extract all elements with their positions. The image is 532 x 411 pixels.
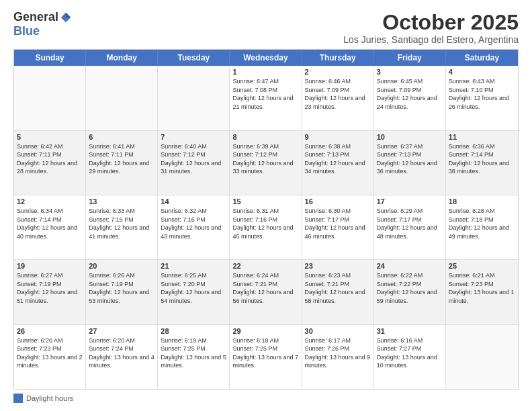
cal-cell: 16Sunrise: 6:30 AM Sunset: 7:17 PM Dayli…	[302, 195, 374, 259]
day-info: Sunrise: 6:20 AM Sunset: 7:24 PM Dayligh…	[89, 336, 154, 370]
day-number: 30	[305, 327, 371, 335]
day-info: Sunrise: 6:40 AM Sunset: 7:12 PM Dayligh…	[161, 142, 226, 176]
day-info: Sunrise: 6:27 AM Sunset: 7:19 PM Dayligh…	[17, 271, 83, 305]
cal-cell: 25Sunrise: 6:21 AM Sunset: 7:23 PM Dayli…	[446, 260, 518, 324]
day-number: 26	[17, 327, 83, 335]
cal-cell: 14Sunrise: 6:32 AM Sunset: 7:16 PM Dayli…	[158, 195, 230, 259]
day-number: 31	[377, 327, 443, 335]
footer-label: Daylight hours	[26, 394, 73, 402]
daylight-swatch	[13, 394, 23, 403]
day-number: 8	[232, 133, 298, 141]
day-info: Sunrise: 6:31 AM Sunset: 7:16 PM Dayligh…	[232, 207, 298, 240]
cal-cell: 9Sunrise: 6:38 AM Sunset: 7:13 PM Daylig…	[302, 131, 374, 195]
week-row-5: 26Sunrise: 6:20 AM Sunset: 7:23 PM Dayli…	[14, 325, 518, 389]
cal-cell: 19Sunrise: 6:27 AM Sunset: 7:19 PM Dayli…	[14, 260, 86, 324]
day-info: Sunrise: 6:43 AM Sunset: 7:10 PM Dayligh…	[449, 77, 515, 111]
day-number: 5	[17, 133, 83, 141]
cal-cell: 23Sunrise: 6:23 AM Sunset: 7:21 PM Dayli…	[302, 260, 374, 324]
day-number: 10	[377, 133, 443, 141]
week-row-4: 19Sunrise: 6:27 AM Sunset: 7:19 PM Dayli…	[14, 260, 518, 324]
day-number: 27	[89, 327, 154, 335]
cal-cell: 12Sunrise: 6:34 AM Sunset: 7:14 PM Dayli…	[14, 195, 86, 259]
header-day-saturday: Saturday	[446, 50, 518, 66]
day-number: 9	[305, 133, 371, 141]
day-info: Sunrise: 6:22 AM Sunset: 7:22 PM Dayligh…	[377, 271, 443, 305]
day-number: 12	[17, 197, 83, 205]
header-day-sunday: Sunday	[14, 50, 86, 66]
day-number: 6	[89, 133, 154, 141]
cal-cell	[86, 66, 158, 130]
day-info: Sunrise: 6:21 AM Sunset: 7:23 PM Dayligh…	[449, 271, 515, 305]
header-day-monday: Monday	[86, 50, 158, 66]
day-number: 22	[232, 262, 298, 270]
day-info: Sunrise: 6:26 AM Sunset: 7:19 PM Dayligh…	[89, 271, 154, 305]
cal-cell: 24Sunrise: 6:22 AM Sunset: 7:22 PM Dayli…	[374, 260, 446, 324]
cal-cell: 4Sunrise: 6:43 AM Sunset: 7:10 PM Daylig…	[446, 66, 518, 130]
day-number: 29	[232, 327, 298, 335]
calendar: SundayMondayTuesdayWednesdayThursdayFrid…	[13, 49, 519, 390]
day-info: Sunrise: 6:41 AM Sunset: 7:11 PM Dayligh…	[89, 142, 154, 176]
cal-cell: 8Sunrise: 6:39 AM Sunset: 7:12 PM Daylig…	[230, 131, 302, 195]
day-info: Sunrise: 6:32 AM Sunset: 7:16 PM Dayligh…	[161, 207, 226, 240]
cal-cell: 31Sunrise: 6:16 AM Sunset: 7:27 PM Dayli…	[374, 325, 446, 389]
logo-icon	[60, 11, 72, 24]
day-number: 19	[17, 262, 83, 270]
day-info: Sunrise: 6:16 AM Sunset: 7:27 PM Dayligh…	[377, 336, 443, 370]
logo: General Blue	[13, 11, 72, 38]
month-title: October 2025	[343, 11, 519, 34]
cal-cell: 10Sunrise: 6:37 AM Sunset: 7:13 PM Dayli…	[374, 131, 446, 195]
footer: Daylight hours	[13, 394, 519, 403]
day-number: 1	[232, 68, 298, 76]
week-row-3: 12Sunrise: 6:34 AM Sunset: 7:14 PM Dayli…	[14, 195, 518, 260]
day-number: 25	[449, 262, 515, 270]
day-info: Sunrise: 6:47 AM Sunset: 7:08 PM Dayligh…	[232, 77, 298, 111]
calendar-header: SundayMondayTuesdayWednesdayThursdayFrid…	[14, 50, 518, 66]
cal-cell: 21Sunrise: 6:25 AM Sunset: 7:20 PM Dayli…	[158, 260, 230, 324]
header: General Blue October 2025 Los Juries, Sa…	[13, 11, 519, 45]
cal-cell: 30Sunrise: 6:17 AM Sunset: 7:26 PM Dayli…	[302, 325, 374, 389]
day-number: 13	[89, 197, 154, 205]
week-row-1: 1Sunrise: 6:47 AM Sunset: 7:08 PM Daylig…	[14, 66, 518, 130]
logo-blue: Blue	[13, 24, 40, 38]
cal-cell: 1Sunrise: 6:47 AM Sunset: 7:08 PM Daylig…	[230, 66, 302, 130]
cal-cell: 11Sunrise: 6:36 AM Sunset: 7:14 PM Dayli…	[446, 131, 518, 195]
page: General Blue October 2025 Los Juries, Sa…	[0, 0, 532, 411]
day-info: Sunrise: 6:39 AM Sunset: 7:12 PM Dayligh…	[232, 142, 298, 176]
cal-cell: 27Sunrise: 6:20 AM Sunset: 7:24 PM Dayli…	[86, 325, 158, 389]
svg-marker-1	[66, 13, 71, 17]
header-day-friday: Friday	[374, 50, 446, 66]
day-info: Sunrise: 6:28 AM Sunset: 7:18 PM Dayligh…	[449, 207, 515, 240]
day-number: 15	[232, 197, 298, 205]
day-number: 24	[377, 262, 443, 270]
cal-cell: 26Sunrise: 6:20 AM Sunset: 7:23 PM Dayli…	[14, 325, 86, 389]
cal-cell: 7Sunrise: 6:40 AM Sunset: 7:12 PM Daylig…	[158, 131, 230, 195]
day-info: Sunrise: 6:24 AM Sunset: 7:21 PM Dayligh…	[232, 271, 298, 305]
cal-cell	[14, 66, 86, 130]
day-number: 3	[377, 68, 443, 76]
week-row-2: 5Sunrise: 6:42 AM Sunset: 7:11 PM Daylig…	[14, 131, 518, 195]
cal-cell: 2Sunrise: 6:46 AM Sunset: 7:09 PM Daylig…	[302, 66, 374, 130]
cal-cell	[158, 66, 230, 130]
day-number: 4	[449, 68, 515, 76]
header-day-thursday: Thursday	[302, 50, 374, 66]
subtitle: Los Juries, Santiago del Estero, Argenti…	[343, 34, 519, 45]
day-info: Sunrise: 6:19 AM Sunset: 7:25 PM Dayligh…	[161, 336, 226, 370]
cal-cell: 6Sunrise: 6:41 AM Sunset: 7:11 PM Daylig…	[86, 131, 158, 195]
day-number: 17	[377, 197, 443, 205]
day-info: Sunrise: 6:38 AM Sunset: 7:13 PM Dayligh…	[305, 142, 371, 176]
cal-cell: 13Sunrise: 6:33 AM Sunset: 7:15 PM Dayli…	[86, 195, 158, 259]
day-number: 7	[161, 133, 226, 141]
logo-general: General	[13, 11, 58, 24]
day-number: 2	[305, 68, 371, 76]
day-info: Sunrise: 6:17 AM Sunset: 7:26 PM Dayligh…	[305, 336, 371, 370]
day-info: Sunrise: 6:42 AM Sunset: 7:11 PM Dayligh…	[17, 142, 83, 176]
header-day-tuesday: Tuesday	[158, 50, 230, 66]
day-number: 20	[89, 262, 154, 270]
day-info: Sunrise: 6:30 AM Sunset: 7:17 PM Dayligh…	[305, 207, 371, 240]
day-number: 21	[161, 262, 226, 270]
day-info: Sunrise: 6:29 AM Sunset: 7:17 PM Dayligh…	[377, 207, 443, 240]
cal-cell: 15Sunrise: 6:31 AM Sunset: 7:16 PM Dayli…	[230, 195, 302, 259]
calendar-body: 1Sunrise: 6:47 AM Sunset: 7:08 PM Daylig…	[14, 66, 518, 389]
day-number: 11	[449, 133, 515, 141]
day-info: Sunrise: 6:36 AM Sunset: 7:14 PM Dayligh…	[449, 142, 515, 176]
